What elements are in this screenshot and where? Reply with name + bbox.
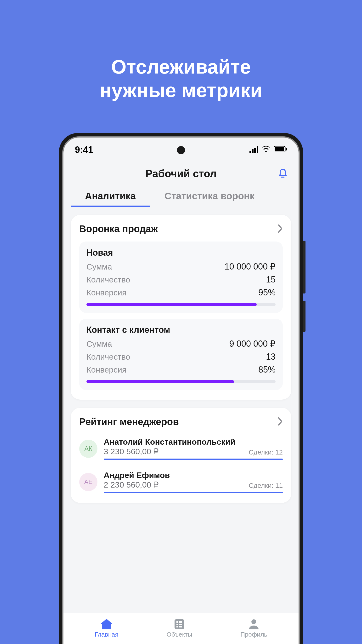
avatar-initials: АК bbox=[84, 445, 92, 452]
stage-count-row: Количество 15 bbox=[86, 273, 276, 286]
manager-amount: 3 230 560,00 ₽ bbox=[104, 446, 159, 456]
cellular-signal-icon bbox=[250, 146, 258, 153]
manager-bar bbox=[104, 492, 283, 493]
tab-analytics[interactable]: Аналитика bbox=[71, 186, 150, 207]
tabbar-label: Главная bbox=[95, 631, 118, 638]
svg-rect-2 bbox=[286, 148, 287, 150]
manager-info: Анатолий Константинопольский 3 230 560,0… bbox=[104, 437, 283, 460]
wifi-icon bbox=[262, 146, 270, 153]
stage-sum-row: Сумма 10 000 000 ₽ bbox=[86, 260, 276, 273]
managers-card: Рейтинг менеджеров АК Анатолий Константи… bbox=[71, 408, 291, 503]
stage-sum-label: Сумма bbox=[86, 262, 112, 272]
svg-rect-5 bbox=[179, 621, 182, 623]
stage-conv-label: Конверсия bbox=[86, 288, 126, 297]
stage-conv-value: 95% bbox=[258, 288, 276, 298]
tabbar-label: Объекты bbox=[167, 631, 192, 638]
status-icons bbox=[250, 146, 287, 153]
notifications-button[interactable] bbox=[278, 167, 288, 178]
manager-row[interactable]: АЕ Андрей Ефимов 2 230 560,00 ₽ Сделки: … bbox=[79, 468, 283, 493]
managers-card-header[interactable]: Рейтинг менеджеров bbox=[79, 416, 283, 427]
header: Рабочий стол bbox=[63, 159, 299, 186]
avatar-initials: АЕ bbox=[84, 478, 93, 486]
tabs: Аналитика Статистика воронк bbox=[63, 186, 299, 207]
marketing-line-2: нужные метрики bbox=[0, 78, 362, 102]
tab-bar: Главная Объекты Профиль bbox=[63, 613, 299, 644]
stage-conv-value: 85% bbox=[258, 365, 276, 375]
manager-name: Анатолий Константинопольский bbox=[104, 437, 283, 446]
stage-conv-label: Конверсия bbox=[86, 365, 126, 374]
stage-name: Новая bbox=[86, 248, 276, 258]
manager-deals: Сделки: 12 bbox=[249, 448, 283, 456]
funnel-card: Воронка продаж Новая Сумма 10 000 000 ₽ … bbox=[71, 215, 291, 400]
svg-rect-4 bbox=[176, 621, 178, 623]
tabbar-home[interactable]: Главная bbox=[95, 619, 118, 638]
managers-card-title: Рейтинг менеджеров bbox=[79, 416, 179, 427]
marketing-headline: Отслеживайте нужные метрики bbox=[0, 55, 362, 102]
battery-icon bbox=[274, 146, 287, 153]
tabbar-objects[interactable]: Объекты bbox=[167, 619, 192, 638]
svg-rect-1 bbox=[275, 147, 284, 152]
stage-count-row: Количество 13 bbox=[86, 350, 276, 363]
svg-rect-9 bbox=[179, 626, 182, 628]
phone-camera-hole bbox=[177, 146, 185, 154]
funnel-stage: Контакт с клиентом Сумма 9 000 000 ₽ Кол… bbox=[79, 319, 283, 390]
stage-count-value: 13 bbox=[266, 352, 276, 362]
stage-progress bbox=[86, 380, 276, 383]
stage-conv-row: Конверсия 85% bbox=[86, 363, 276, 376]
manager-bar bbox=[104, 458, 283, 460]
content-area[interactable]: Воронка продаж Новая Сумма 10 000 000 ₽ … bbox=[63, 207, 299, 612]
bell-icon bbox=[278, 167, 288, 178]
funnel-card-title: Воронка продаж bbox=[79, 224, 158, 234]
tabbar-profile[interactable]: Профиль bbox=[240, 619, 267, 638]
stage-sum-row: Сумма 9 000 000 ₽ bbox=[86, 337, 276, 350]
manager-amount: 2 230 560,00 ₽ bbox=[104, 480, 159, 490]
stage-sum-value: 9 000 000 ₽ bbox=[229, 339, 276, 349]
phone-side-button bbox=[303, 301, 306, 332]
manager-row[interactable]: АК Анатолий Константинопольский 3 230 56… bbox=[79, 434, 283, 460]
profile-icon bbox=[248, 619, 260, 630]
svg-point-10 bbox=[251, 619, 256, 624]
avatar: АК bbox=[79, 440, 97, 458]
stage-sum-value: 10 000 000 ₽ bbox=[225, 262, 276, 272]
svg-rect-7 bbox=[179, 624, 182, 625]
avatar: АЕ bbox=[79, 473, 97, 491]
phone-screen: 9:41 Рабочий стол Аналитика bbox=[62, 136, 300, 644]
manager-name: Андрей Ефимов bbox=[104, 470, 283, 480]
funnel-card-header[interactable]: Воронка продаж bbox=[79, 224, 283, 234]
tab-funnel-stats[interactable]: Статистика воронк bbox=[150, 186, 269, 207]
stage-count-label: Количество bbox=[86, 275, 130, 284]
page-title: Рабочий стол bbox=[145, 168, 216, 180]
list-icon bbox=[173, 619, 185, 630]
phone-frame: 9:41 Рабочий стол Аналитика bbox=[59, 133, 303, 644]
stage-progress-fill bbox=[86, 380, 234, 383]
marketing-line-1: Отслеживайте bbox=[0, 55, 362, 78]
phone-side-button bbox=[303, 241, 306, 294]
manager-deals: Сделки: 11 bbox=[249, 482, 283, 490]
manager-info: Андрей Ефимов 2 230 560,00 ₽ Сделки: 11 bbox=[104, 470, 283, 493]
stage-name: Контакт с клиентом bbox=[86, 325, 276, 335]
stage-count-value: 15 bbox=[266, 274, 276, 284]
stage-progress-fill bbox=[86, 303, 257, 306]
home-icon bbox=[100, 619, 112, 630]
chevron-right-icon bbox=[278, 224, 283, 234]
stage-count-label: Количество bbox=[86, 352, 130, 362]
svg-rect-6 bbox=[176, 624, 178, 625]
svg-rect-8 bbox=[176, 626, 178, 628]
chevron-right-icon bbox=[278, 417, 283, 426]
stage-conv-row: Конверсия 95% bbox=[86, 286, 276, 299]
status-time: 9:41 bbox=[75, 145, 93, 155]
funnel-stage: Новая Сумма 10 000 000 ₽ Количество 15 К… bbox=[79, 242, 283, 313]
tabbar-label: Профиль bbox=[240, 631, 267, 638]
stage-progress bbox=[86, 303, 276, 306]
stage-sum-label: Сумма bbox=[86, 339, 112, 348]
